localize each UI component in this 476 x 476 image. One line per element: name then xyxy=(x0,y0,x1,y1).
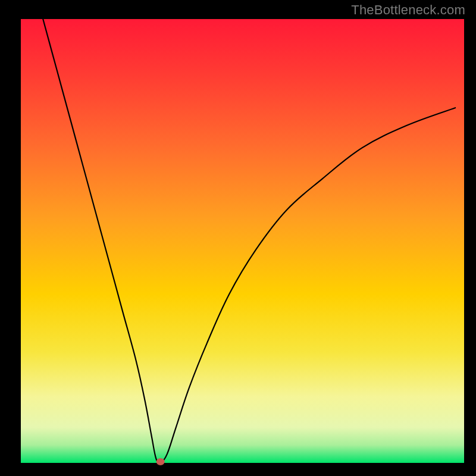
chart-svg xyxy=(0,0,476,476)
optimal-point-marker xyxy=(156,458,165,465)
watermark-text: TheBottleneck.com xyxy=(351,2,465,18)
chart-frame: TheBottleneck.com xyxy=(0,0,476,476)
plot-background xyxy=(21,19,464,463)
